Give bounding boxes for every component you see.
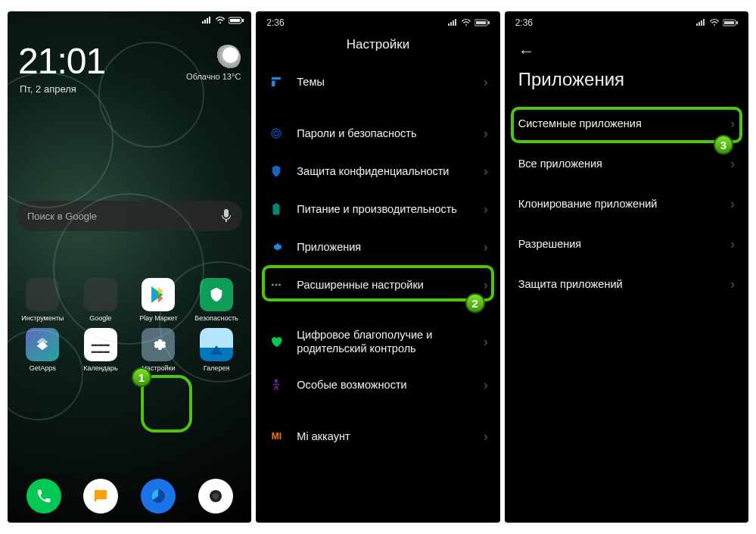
accessibility-icon (268, 376, 285, 393)
settings-row-wellbeing[interactable]: Цифровое благополучие и родительский кон… (256, 317, 499, 366)
status-bar: 2:36 (505, 11, 748, 30)
weather-widget[interactable]: Облачно 13°C (186, 45, 241, 81)
gear-icon (268, 239, 285, 255)
svg-point-9 (272, 129, 281, 138)
settings-row-mi-account[interactable]: MI Mi аккаунт › (256, 417, 499, 455)
chevron-right-icon: › (484, 239, 488, 255)
chevron-right-icon: › (730, 276, 735, 292)
page-title: Настройки (256, 30, 499, 63)
dock-phone[interactable] (26, 479, 61, 514)
callout-badge-2: 2 (465, 293, 485, 313)
status-bar: 2:36 (256, 11, 499, 30)
chevron-right-icon: › (730, 156, 735, 172)
svg-rect-8 (488, 21, 490, 24)
apps-row-all[interactable]: Все приложения › (505, 144, 748, 184)
svg-rect-18 (724, 21, 734, 24)
shield-icon (268, 163, 285, 180)
chevron-right-icon: › (484, 201, 488, 217)
settings-row-apps[interactable]: Приложения › (256, 228, 499, 266)
settings-row-battery[interactable]: Питание и производительность › (256, 190, 499, 228)
apps-row-protection[interactable]: Защита приложений › (505, 264, 748, 304)
callout-highlight-3 (511, 107, 742, 143)
wallpaper (8, 11, 251, 523)
themes-icon (268, 73, 285, 90)
settings-row-accessibility[interactable]: Особые возможности › (256, 366, 499, 404)
svg-rect-7 (476, 21, 486, 24)
settings-screen: 2:36 Настройки Темы › Пароли и безопасно… (256, 11, 499, 523)
home-screen: 21:01 Пт, 2 апреля Облачно 13°C Поиск в … (8, 11, 251, 523)
chevron-right-icon: › (484, 164, 488, 180)
callout-badge-1: 1 (132, 367, 151, 387)
svg-rect-11 (273, 205, 280, 215)
chevron-right-icon: › (484, 377, 488, 393)
svg-point-5 (213, 493, 219, 499)
heart-icon (268, 333, 285, 350)
callout-badge-3: 3 (714, 135, 733, 155)
svg-point-16 (275, 379, 278, 383)
weather-icon (215, 45, 241, 70)
callout-highlight-2 (262, 265, 493, 301)
chevron-right-icon: › (730, 236, 735, 252)
settings-row-privacy[interactable]: Защита конфиденциальности › (256, 152, 499, 190)
settings-row-themes[interactable]: Темы › (256, 63, 499, 101)
apps-row-clone[interactable]: Клонирование приложений › (505, 184, 748, 224)
battery-icon (268, 201, 285, 217)
chevron-right-icon: › (730, 196, 735, 212)
dock-camera[interactable] (198, 479, 233, 514)
dock-browser[interactable] (141, 479, 176, 514)
chevron-right-icon: › (484, 429, 488, 445)
svg-point-10 (274, 131, 278, 136)
apps-screen: 2:36 ← Приложения Системные приложения ›… (505, 11, 748, 523)
fingerprint-icon (268, 125, 285, 142)
chevron-right-icon: › (484, 334, 488, 350)
apps-row-permissions[interactable]: Разрешения › (505, 224, 748, 264)
dock (8, 479, 251, 514)
settings-row-passwords[interactable]: Пароли и безопасность › (256, 114, 499, 152)
page-title: Приложения (505, 64, 748, 104)
chevron-right-icon: › (484, 74, 488, 90)
dock-messages[interactable] (83, 479, 118, 514)
back-button[interactable]: ← (505, 30, 748, 64)
mi-logo-icon: MI (268, 428, 285, 445)
svg-rect-12 (275, 204, 278, 205)
svg-rect-19 (736, 21, 738, 24)
chevron-right-icon: › (484, 126, 488, 142)
